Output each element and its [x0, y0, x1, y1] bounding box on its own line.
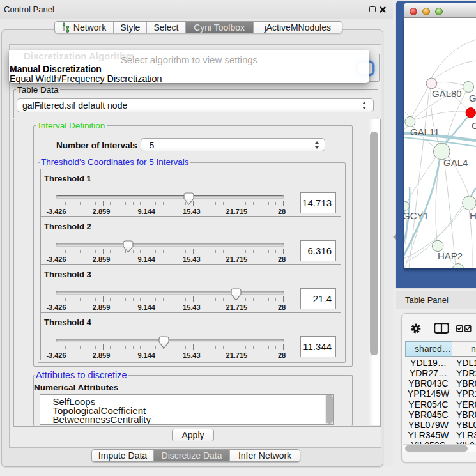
svg-text:GAL80: GAL80 — [432, 88, 462, 99]
svg-text:GCY1: GCY1 — [404, 210, 429, 221]
svg-text:C: C — [472, 120, 476, 131]
svg-text:HX: HX — [470, 210, 476, 221]
svg-text:GAL1: GAL1 — [469, 93, 476, 104]
svg-text:HAP2: HAP2 — [438, 250, 463, 261]
svg-text:GAL11: GAL11 — [410, 127, 440, 137]
svg-text:GAL4: GAL4 — [443, 157, 468, 168]
